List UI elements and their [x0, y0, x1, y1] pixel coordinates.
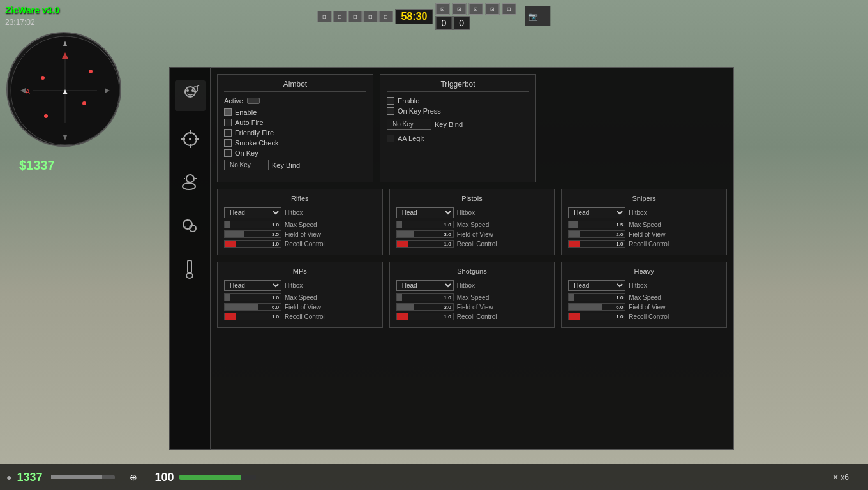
svg-point-9: [44, 114, 48, 118]
shotguns-recoil-value: 1.0: [444, 313, 451, 320]
snipers-fov-value: 2.0: [616, 231, 623, 238]
shotguns-recoil-row: 1.0 Recoil Control: [396, 313, 548, 320]
aimbot-friendlyfire-checkbox[interactable]: [224, 129, 232, 137]
triggerbot-enable-row[interactable]: Enable: [387, 97, 529, 105]
pistols-fov-row: 3.0 Field of View: [396, 230, 548, 238]
mps-recoil-slider[interactable]: 1.0: [224, 313, 281, 320]
triggerbot-key-box[interactable]: No Key: [387, 119, 431, 130]
rifles-hitbox-dropdown[interactable]: Head: [224, 207, 281, 218]
hud-scoreboard: ⊡ ⊡ ⊡ ⊡ ⊡ 58:30 ⊡ ⊡ ⊡ ⊡ ⊡ 0 0 📷: [318, 3, 551, 30]
rifles-maxspeed-label: Max Speed: [285, 221, 317, 228]
pistols-recoil-value: 1.0: [444, 241, 451, 248]
aimbot-key-label: Key Bind: [272, 161, 300, 169]
aimbot-key-box[interactable]: No Key: [224, 160, 269, 170]
sidebar-icon-aimbot[interactable]: [175, 80, 206, 111]
aimbot-smokecheck-checkbox[interactable]: [224, 139, 232, 147]
hud-bottom-money-value: 1337: [17, 471, 42, 484]
game-timer: 58:30: [396, 9, 433, 24]
heavy-recoil-value: 1.0: [616, 313, 623, 320]
snipers-fov-slider[interactable]: 2.0: [568, 230, 625, 238]
aimbot-enable-row[interactable]: Enable: [224, 108, 366, 116]
aimbot-autofire-row[interactable]: Auto Fire: [224, 119, 366, 126]
top-panels-row: Aimbot Active Enable Auto Fire Friendly …: [217, 74, 727, 182]
rifles-recoil-slider[interactable]: 1.0: [224, 240, 281, 248]
snipers-hitbox-dropdown[interactable]: Head: [568, 207, 625, 218]
player-icon-1: ⊡: [318, 11, 332, 22]
player-icon-9: ⊡: [485, 3, 499, 15]
rifles-maxspeed-slider[interactable]: 1.0: [224, 221, 281, 228]
svg-point-6: [41, 76, 45, 80]
rifles-hitbox-label: Hitbox: [285, 209, 303, 216]
heavy-maxspeed-row: 1.0 Max Speed: [568, 293, 720, 301]
heavy-recoil-slider[interactable]: 1.0: [568, 313, 625, 320]
pistols-recoil-label: Recoil Control: [457, 241, 497, 248]
svg-text:📷: 📷: [528, 11, 537, 21]
shotguns-fov-slider[interactable]: 3.0: [396, 303, 454, 311]
aimbot-onkey-row[interactable]: On Key: [224, 149, 366, 157]
aimbot-autofire-checkbox[interactable]: [224, 119, 232, 126]
rifles-fov-slider[interactable]: 3.5: [224, 230, 281, 238]
rifles-recoil-value: 1.0: [272, 241, 279, 248]
triggerbot-aalegit-row[interactable]: AA Legit: [387, 135, 529, 142]
sidebar-icon-settings[interactable]: [175, 211, 206, 241]
pistols-hitbox-label: Hitbox: [457, 209, 475, 216]
app-time: 23:17:02: [5, 18, 35, 27]
triggerbot-aalegit-checkbox[interactable]: [387, 135, 394, 142]
mps-fov-slider[interactable]: 6.0: [224, 303, 281, 311]
snipers-maxspeed-label: Max Speed: [629, 221, 661, 228]
shotguns-fov-label: Field of View: [457, 304, 493, 311]
bullet-icon: ●: [6, 472, 11, 482]
shotguns-title: Shotguns: [396, 267, 548, 275]
aimbot-smokecheck-label: Smoke Check: [235, 139, 278, 147]
triggerbot-onkeypress-row[interactable]: On Key Press: [387, 107, 529, 115]
aimbot-onkey-checkbox[interactable]: [224, 149, 232, 157]
rifles-fov-label: Field of View: [285, 231, 321, 238]
sidebar-icon-misc[interactable]: [175, 254, 206, 285]
ammo-icon: ✕: [832, 473, 839, 482]
pistols-maxspeed-label: Max Speed: [457, 221, 490, 228]
triggerbot-onkeypress-checkbox[interactable]: [387, 107, 394, 115]
heavy-maxspeed-slider[interactable]: 1.0: [568, 293, 625, 301]
shotguns-hitbox-dropdown[interactable]: Head: [396, 280, 454, 291]
triggerbot-enable-checkbox[interactable]: [387, 97, 394, 105]
rifles-fov-value: 3.5: [272, 231, 279, 238]
aimbot-active-row: Active: [224, 97, 366, 105]
snipers-maxspeed-slider[interactable]: 1.5: [568, 221, 625, 228]
pistols-fov-slider[interactable]: 3.0: [396, 230, 454, 238]
aimbot-active-label: Active: [224, 97, 243, 105]
aimbot-autofire-label: Auto Fire: [235, 119, 264, 126]
heavy-maxspeed-value: 1.0: [616, 294, 623, 301]
aimbot-friendlyfire-row[interactable]: Friendly Fire: [224, 129, 366, 137]
aimbot-enable-checkbox[interactable]: [224, 108, 232, 116]
heavy-hitbox-dropdown[interactable]: Head: [568, 280, 625, 291]
pistols-maxspeed-slider[interactable]: 1.0: [396, 221, 454, 228]
shotguns-maxspeed-slider[interactable]: 1.0: [396, 293, 454, 301]
health-bar: [179, 475, 256, 480]
rifles-hitbox-row: Head Hitbox: [224, 207, 376, 218]
player-icon-3: ⊡: [348, 11, 363, 22]
mps-hitbox-dropdown[interactable]: Head: [224, 280, 281, 291]
mps-fov-row: 6.0 Field of View: [224, 303, 376, 311]
rifles-panel: Rifles Head Hitbox 1.0 Max Speed 3.5: [217, 189, 383, 255]
svg-line-20: [197, 85, 199, 87]
rifles-title: Rifles: [224, 195, 376, 202]
snipers-recoil-slider[interactable]: 1.0: [568, 240, 625, 248]
shotguns-recoil-slider[interactable]: 1.0: [396, 313, 454, 320]
mps-hitbox-row: Head Hitbox: [224, 280, 376, 291]
aimbot-panel: Aimbot Active Enable Auto Fire Friendly …: [217, 74, 373, 182]
heavy-fov-slider[interactable]: 6.0: [568, 303, 625, 311]
mps-fov-value: 6.0: [272, 304, 279, 311]
player-icon-6: ⊡: [435, 3, 449, 15]
pistols-hitbox-dropdown[interactable]: Head: [396, 207, 454, 218]
rifles-maxspeed-value: 1.0: [272, 221, 279, 228]
pistols-recoil-slider[interactable]: 1.0: [396, 240, 454, 248]
rifles-fov-row: 3.5 Field of View: [224, 230, 376, 238]
aimbot-smokecheck-row[interactable]: Smoke Check: [224, 139, 366, 147]
aimbot-active-toggle[interactable]: [247, 98, 260, 104]
heavy-hitbox-row: Head Hitbox: [568, 280, 720, 291]
sidebar-icon-esp[interactable]: [175, 167, 206, 198]
money-bar-fill: [51, 475, 102, 479]
mps-recoil-row: 1.0 Recoil Control: [224, 313, 376, 320]
mps-maxspeed-slider[interactable]: 1.0: [224, 293, 281, 301]
sidebar-icon-crosshair[interactable]: [175, 124, 206, 154]
